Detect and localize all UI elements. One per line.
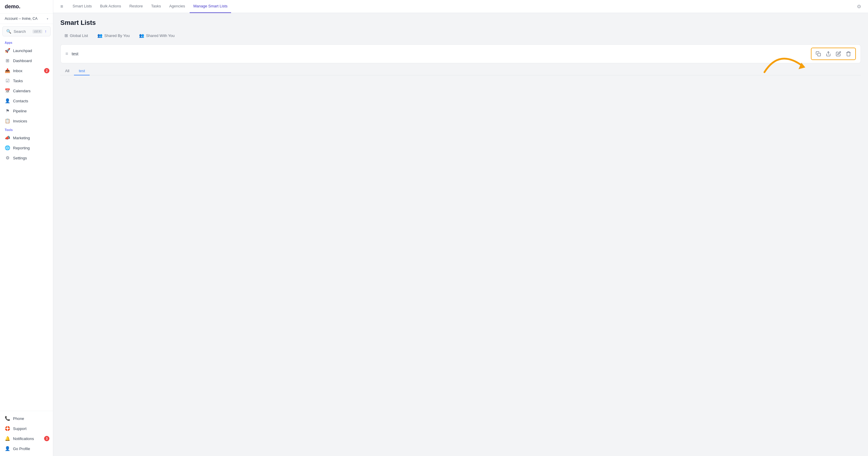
sidebar-item-reporting[interactable]: 🌐 Reporting <box>0 143 53 153</box>
tab-label: Restore <box>129 4 143 8</box>
settings-icon: ⚙ <box>5 155 10 161</box>
inbox-icon: 📥 <box>5 68 10 73</box>
profile-icon: 👤 <box>5 446 10 451</box>
sidebar-item-label: Dashboard <box>13 59 32 63</box>
tasks-icon: ☑ <box>5 78 10 84</box>
account-label: Account -- Irvine, CA <box>5 17 38 21</box>
sidebar-item-dashboard[interactable]: ⊞ Dashboard <box>0 56 53 66</box>
main-content: ≡ Smart Lists Bulk Actions Restore Tasks… <box>53 0 868 456</box>
action-buttons-group <box>811 47 856 60</box>
sidebar-item-support[interactable]: 🛟 Support <box>0 423 53 433</box>
tab-label: Agencies <box>169 4 185 8</box>
phone-icon: 📞 <box>5 416 10 421</box>
sidebar-item-contacts[interactable]: 👤 Contacts <box>0 96 53 106</box>
filter-tab-shared-with-you[interactable]: 👥 Shared With You <box>135 31 179 40</box>
sidebar-item-launchpad[interactable]: 🚀 Launchpad <box>0 45 53 56</box>
sub-tab-test[interactable]: test <box>74 67 90 75</box>
drag-handle-icon[interactable]: ≡ <box>65 51 68 57</box>
delete-button[interactable] <box>844 50 853 58</box>
sidebar-item-inbox[interactable]: 📥 Inbox 2 <box>0 66 53 76</box>
sub-tab-label: All <box>65 69 69 73</box>
tools-section-label: Tools <box>0 126 53 133</box>
dashboard-icon: ⊞ <box>5 58 10 63</box>
sidebar-item-settings[interactable]: ⚙ Settings <box>0 153 53 163</box>
sidebar-item-label: Settings <box>13 156 27 160</box>
share-button[interactable] <box>824 50 833 58</box>
search-bar[interactable]: 🔍 Search ctrl K ↑ <box>2 26 51 36</box>
sub-tab-all[interactable]: All <box>60 67 74 75</box>
account-selector[interactable]: Account -- Irvine, CA ▾ <box>0 13 53 24</box>
top-navigation: ≡ Smart Lists Bulk Actions Restore Tasks… <box>53 0 868 13</box>
pipeline-icon: ⚑ <box>5 108 10 113</box>
sidebar-item-label: Go Profile <box>13 447 30 451</box>
page-content-area: Smart Lists ⊞ Global List 👥 Shared By Yo… <box>53 13 868 456</box>
sidebar-item-label: Inbox <box>13 69 23 73</box>
contacts-icon: 👤 <box>5 98 10 103</box>
global-list-icon: ⊞ <box>64 33 68 38</box>
launchpad-icon: 🚀 <box>5 48 10 53</box>
sidebar-item-label: Phone <box>13 416 24 421</box>
tab-manage-smart-lists[interactable]: Manage Smart Lists <box>190 0 231 13</box>
sidebar-item-phone[interactable]: 📞 Phone <box>0 414 53 423</box>
edit-button[interactable] <box>834 50 843 58</box>
tab-label: Bulk Actions <box>100 4 121 8</box>
tab-bulk-actions[interactable]: Bulk Actions <box>96 0 125 13</box>
search-label: Search <box>13 29 30 34</box>
list-name: test <box>71 52 807 56</box>
tab-label: Smart Lists <box>72 4 92 8</box>
sidebar-item-label: Marketing <box>13 136 30 140</box>
filter-tab-global-list[interactable]: ⊞ Global List <box>60 31 92 40</box>
tab-restore[interactable]: Restore <box>126 0 147 13</box>
notifications-badge: 3 <box>44 436 50 441</box>
tab-smart-lists[interactable]: Smart Lists <box>69 0 95 13</box>
logo: demo. <box>0 0 53 13</box>
apps-section-label: Apps <box>0 39 53 45</box>
sidebar-item-pipeline[interactable]: ⚑ Pipeline <box>0 106 53 116</box>
tab-label: Tasks <box>151 4 161 8</box>
search-shortcut: ctrl K <box>33 30 42 33</box>
tab-label: Manage Smart Lists <box>193 4 227 8</box>
sidebar-item-label: Reporting <box>13 146 30 150</box>
pin-icon: ↑ <box>45 29 47 34</box>
nav-settings-icon[interactable]: ⊙ <box>855 2 863 10</box>
filter-tabs: ⊞ Global List 👥 Shared By You 👥 Shared W… <box>60 31 861 40</box>
sidebar-item-label: Calendars <box>13 89 30 93</box>
invoices-icon: 📋 <box>5 118 10 124</box>
svg-rect-0 <box>818 53 821 56</box>
sidebar-item-invoices[interactable]: 📋 Invoices <box>0 116 53 126</box>
hamburger-button[interactable]: ≡ <box>58 3 65 10</box>
filter-tab-label: Global List <box>70 33 88 38</box>
calendars-icon: 📅 <box>5 88 10 93</box>
sidebar-item-label: Pipeline <box>13 109 27 113</box>
shared-with-you-icon: 👥 <box>139 33 144 38</box>
notifications-icon: 🔔 <box>5 436 10 441</box>
sidebar-item-calendars[interactable]: 📅 Calendars <box>0 86 53 96</box>
sidebar-item-label: Invoices <box>13 119 27 123</box>
tab-agencies[interactable]: Agencies <box>166 0 188 13</box>
sidebar-item-notifications[interactable]: 🔔 Notifications 3 <box>0 433 53 444</box>
clone-button[interactable] <box>814 50 823 58</box>
filter-tab-label: Shared By You <box>104 33 130 38</box>
support-icon: 🛟 <box>5 426 10 431</box>
reporting-icon: 🌐 <box>5 145 10 151</box>
filter-tab-label: Shared With You <box>146 33 175 38</box>
sidebar-item-label: Launchpad <box>13 48 32 53</box>
sub-tab-label: test <box>79 69 85 73</box>
tab-tasks[interactable]: Tasks <box>148 0 164 13</box>
chevron-down-icon: ▾ <box>47 17 48 21</box>
sidebar-item-label: Tasks <box>13 79 23 83</box>
sidebar-item-label: Notifications <box>13 436 34 441</box>
sub-tabs: All test <box>60 67 861 75</box>
marketing-icon: 📣 <box>5 135 10 140</box>
sidebar-bottom: 📞 Phone 🛟 Support 🔔 Notifications 3 👤 Go… <box>0 411 53 456</box>
shared-by-you-icon: 👥 <box>97 33 102 38</box>
filter-tab-shared-by-you[interactable]: 👥 Shared By You <box>93 31 134 40</box>
sidebar-item-profile[interactable]: 👤 Go Profile <box>0 444 53 454</box>
smart-list-row: ≡ test <box>60 44 861 63</box>
sidebar: demo. Account -- Irvine, CA ▾ 🔍 Search c… <box>0 0 53 456</box>
sidebar-item-label: Support <box>13 426 27 431</box>
sidebar-item-label: Contacts <box>13 99 28 103</box>
inbox-badge: 2 <box>44 68 50 73</box>
sidebar-item-tasks[interactable]: ☑ Tasks <box>0 76 53 86</box>
sidebar-item-marketing[interactable]: 📣 Marketing <box>0 133 53 143</box>
